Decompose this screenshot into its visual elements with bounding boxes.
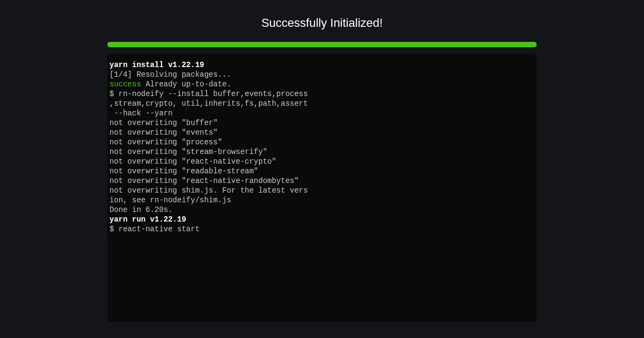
terminal-segment: not overwriting shim.js. For the latest … [109, 186, 308, 195]
terminal-segment: yarn install v1.22.19 [109, 61, 204, 69]
terminal-line: success Already up-to-date. [109, 79, 535, 89]
terminal-segment: ,stream,crypto, util,inherits,fs,path,as… [109, 99, 308, 108]
terminal-segment: not overwriting "react-native-crypto" [109, 157, 276, 166]
terminal-segment: Done in 6.20s. [109, 205, 173, 214]
terminal-output: yarn install v1.22.19[1/4] Resolving pac… [107, 54, 537, 322]
terminal-line: [1/4] Resolving packages... [109, 70, 535, 79]
terminal-segment: $ rn-nodeify --install buffer,events,pro… [109, 90, 308, 98]
terminal-line: not overwriting "stream-browserify" [109, 147, 535, 157]
terminal-segment: not overwriting "react-native-randombyte… [109, 177, 299, 185]
terminal-line: not overwriting "react-native-crypto" [109, 157, 535, 166]
terminal-segment: Already up-to-date. [141, 80, 231, 89]
terminal-segment: not overwriting "process" [109, 138, 222, 146]
terminal-line: $ react-native start [109, 224, 535, 234]
terminal-segment: not overwriting "events" [109, 128, 218, 137]
page-title: Successfully Initialized! [261, 16, 383, 30]
terminal-line: yarn install v1.22.19 [109, 60, 535, 70]
progress-bar [107, 42, 537, 47]
terminal-line: not overwriting "react-native-randombyte… [109, 176, 535, 186]
terminal-segment: ion, see rn-nodeify/shim.js [109, 196, 231, 204]
terminal-segment: not overwriting "buffer" [109, 119, 218, 127]
terminal-line: not overwriting "readable-stream" [109, 166, 535, 176]
terminal-segment: [1/4] Resolving packages... [109, 70, 231, 79]
terminal-segment: yarn run v1.22.19 [109, 215, 186, 224]
terminal-line: ,stream,crypto, util,inherits,fs,path,as… [109, 99, 535, 108]
terminal-line: not overwriting "buffer" [109, 118, 535, 128]
terminal-line: --hack --yarn [109, 108, 535, 118]
terminal-segment: not overwriting "stream-browserify" [109, 148, 267, 156]
terminal-line: yarn run v1.22.19 [109, 215, 535, 224]
terminal-segment: success [109, 80, 141, 89]
terminal-line: not overwriting "process" [109, 137, 535, 147]
terminal-line: $ rn-nodeify --install buffer,events,pro… [109, 89, 535, 99]
terminal-segment: $ react-native start [109, 225, 200, 233]
terminal-line: not overwriting "events" [109, 128, 535, 137]
terminal-line: Done in 6.20s. [109, 205, 535, 215]
terminal-line: ion, see rn-nodeify/shim.js [109, 195, 535, 205]
terminal-segment: not overwriting "readable-stream" [109, 167, 258, 175]
terminal-segment: --hack --yarn [109, 109, 173, 117]
terminal-line: not overwriting shim.js. For the latest … [109, 186, 535, 195]
